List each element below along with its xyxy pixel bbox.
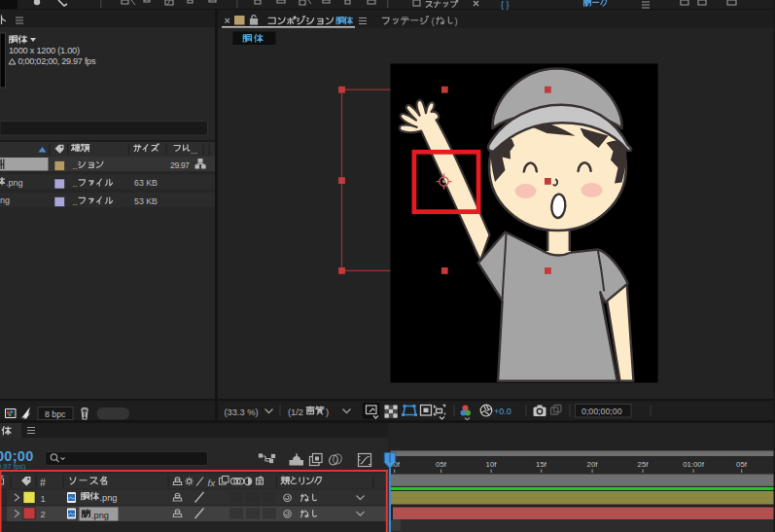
svg-text:2: 2 [41,510,46,519]
svg-text:15f: 15f [536,460,547,469]
svg-text:0;00;02;00, 29.97 fps: 0;00;02;00, 29.97 fps [18,56,96,66]
svg-text:..: .. [73,197,78,207]
svg-text:..: .. [73,179,78,189]
svg-text:8 bpc: 8 bpc [45,409,66,419]
svg-text:{ }: { } [501,0,510,10]
svg-text:..: .. [73,161,78,171]
svg-text:+0.0: +0.0 [494,407,511,416]
svg-text:ng: ng [0,195,10,205]
svg-text:10f: 10f [486,460,498,469]
svg-text:): ) [455,16,458,26]
svg-text:fx: fx [208,478,217,488]
svg-text:9.97 fps): 9.97 fps) [0,462,26,471]
svg-text:(1/2: (1/2 [288,408,303,417]
svg-text:#: # [40,477,46,488]
svg-text:.png: .png [6,178,23,188]
svg-text:25f: 25f [638,460,650,469]
svg-text:0;00;00;00: 0;00;00;00 [581,407,622,416]
svg-text:1: 1 [41,494,46,504]
svg-text:.png: .png [100,493,118,503]
svg-text:20f: 20f [587,460,599,469]
svg-text:1000 x 1200 (1.00): 1000 x 1200 (1.00) [9,46,80,55]
svg-text:05f: 05f [736,460,748,469]
svg-text:...: ... [191,146,197,156]
svg-text:): ) [326,408,329,417]
svg-text:05f: 05f [436,460,447,469]
svg-text:(33.3 %): (33.3 %) [225,408,259,417]
svg-text:63 KB: 63 KB [134,178,158,188]
svg-text:01:00f: 01:00f [683,460,705,469]
svg-text:29.97: 29.97 [170,160,190,170]
svg-text:53 KB: 53 KB [134,196,158,206]
svg-text:.png: .png [91,511,109,520]
